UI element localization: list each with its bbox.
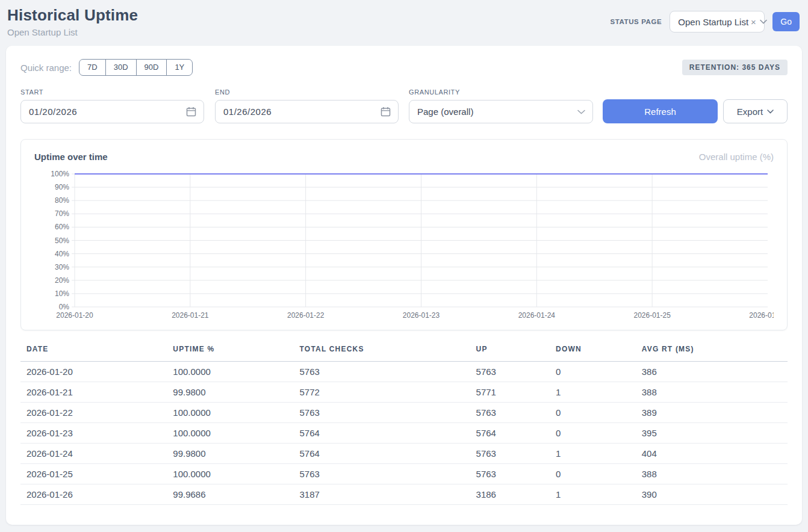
granularity-value: Page (overall) [417,107,473,117]
svg-text:20%: 20% [55,276,69,285]
svg-text:30%: 30% [55,263,69,271]
table-cell: 5763 [470,362,550,382]
table-cell: 1 [550,382,636,403]
table-row: 2026-01-22100.0000576357630389 [20,403,788,423]
table-header-row: DATEUPTIME %TOTAL CHECKSUPDOWNAVG RT (MS… [20,345,788,362]
header-controls: STATUS PAGE Open Startup List × Go [610,11,800,32]
table-cell: 404 [636,444,788,464]
quick-range-button-7d[interactable]: 7D [79,59,106,76]
retention-badge: RETENTION: 365 DAYS [682,60,788,75]
table-cell: 2026-01-26 [20,484,167,505]
chevron-down-icon [577,110,585,114]
svg-text:90%: 90% [55,183,69,191]
table-cell: 389 [636,403,788,423]
table-cell: 1 [550,444,636,464]
go-button[interactable]: Go [772,12,800,31]
granularity-select[interactable]: Page (overall) [409,100,593,123]
table-cell: 395 [636,423,788,444]
svg-text:0%: 0% [59,303,70,311]
table-row: 2026-01-2699.9686318731861390 [20,484,788,505]
toolbar-row: Quick range: 7D30D90D1Y RETENTION: 365 D… [20,59,788,76]
table-cell: 5763 [470,444,550,464]
table-cell: 2026-01-25 [20,464,167,484]
table-cell: 99.9686 [167,484,293,505]
calendar-icon[interactable] [186,107,196,117]
status-page-label: STATUS PAGE [610,18,662,25]
svg-text:2026-01-20: 2026-01-20 [56,311,93,320]
table-cell: 2026-01-24 [20,444,167,464]
end-label: END [215,88,399,96]
svg-text:2026-01-26: 2026-01-26 [749,311,774,320]
svg-text:2026-01-21: 2026-01-21 [172,311,209,320]
table-cell: 2026-01-20 [20,362,167,382]
table-cell: 5763 [294,362,470,382]
uptime-line-chart: 0%10%20%30%40%50%60%70%80%90%100%2026-01… [34,169,774,323]
table-cell: 0 [550,464,636,484]
granularity-label: GRANULARITY [409,88,593,96]
quick-range-label: Quick range: [20,63,72,73]
table-cell: 2026-01-23 [20,423,167,444]
svg-text:60%: 60% [55,223,69,231]
refresh-button[interactable]: Refresh [603,99,718,123]
page-header: Historical Uptime Open Startup List STAT… [0,0,808,43]
page-subtitle: Open Startup List [7,27,138,37]
uptime-table: DATEUPTIME %TOTAL CHECKSUPDOWNAVG RT (MS… [20,345,788,505]
table-cell: 100.0000 [167,423,293,444]
svg-text:40%: 40% [55,250,69,258]
svg-text:70%: 70% [55,209,69,218]
export-button[interactable]: Export [723,99,788,123]
quick-range-button-30d[interactable]: 30D [105,59,137,76]
filters-row: START 01/20/2026 END 01/26/2026 GRANULAR… [20,88,788,123]
quick-range-button-90d[interactable]: 90D [136,59,167,76]
table-cell: 386 [636,362,788,382]
svg-text:2026-01-25: 2026-01-25 [633,311,671,320]
table-cell: 5771 [470,382,550,403]
end-date-input[interactable]: 01/26/2026 [215,100,399,123]
table-cell: 390 [636,484,788,505]
status-page-value: Open Startup List [678,17,748,27]
table-cell: 5763 [294,403,470,423]
table-cell: 0 [550,403,636,423]
table-cell: 99.9800 [167,382,293,403]
start-date-value: 01/20/2026 [29,107,77,117]
svg-text:2026-01-24: 2026-01-24 [518,311,556,320]
table-cell: 0 [550,423,636,444]
table-cell: 1 [550,484,636,505]
chevron-down-icon [767,110,774,114]
chevron-down-icon [760,19,767,24]
table-header-cell: UP [470,345,550,362]
calendar-icon[interactable] [381,107,391,117]
clear-icon[interactable]: × [751,17,756,26]
status-page-select[interactable]: Open Startup List × [670,11,765,32]
end-date-value: 01/26/2026 [223,107,272,117]
table-cell: 5763 [294,464,470,484]
table-cell: 100.0000 [167,464,293,484]
svg-text:10%: 10% [55,289,69,298]
table-cell: 5764 [294,444,470,464]
table-cell: 3186 [470,484,550,505]
chart-card: Uptime over time Overall uptime (%) 0%10… [20,139,788,330]
table-cell: 0 [550,362,636,382]
table-row: 2026-01-25100.0000576357630388 [20,464,788,484]
table-header-cell: TOTAL CHECKS [294,345,470,362]
table-row: 2026-01-2499.9800576457631404 [20,444,788,464]
table-cell: 5764 [470,423,550,444]
table-cell: 5772 [294,382,470,403]
table-header-cell: AVG RT (MS) [636,345,788,362]
svg-text:100%: 100% [51,170,69,178]
table-row: 2026-01-20100.0000576357630386 [20,362,788,382]
table-cell: 5763 [470,464,550,484]
chart-title: Uptime over time [34,152,108,162]
chart-legend: Overall uptime (%) [699,152,774,162]
table-cell: 2026-01-22 [20,403,167,423]
table-cell: 5763 [470,403,550,423]
quick-range-button-1y[interactable]: 1Y [166,59,193,76]
title-block: Historical Uptime Open Startup List [7,6,138,37]
svg-text:2026-01-23: 2026-01-23 [403,311,440,320]
table-cell: 388 [636,464,788,484]
quick-range-group: 7D30D90D1Y [79,59,193,76]
table-cell: 388 [636,382,788,403]
table-row: 2026-01-2199.9800577257711388 [20,382,788,403]
table-cell: 5764 [294,423,470,444]
start-date-input[interactable]: 01/20/2026 [20,100,204,123]
